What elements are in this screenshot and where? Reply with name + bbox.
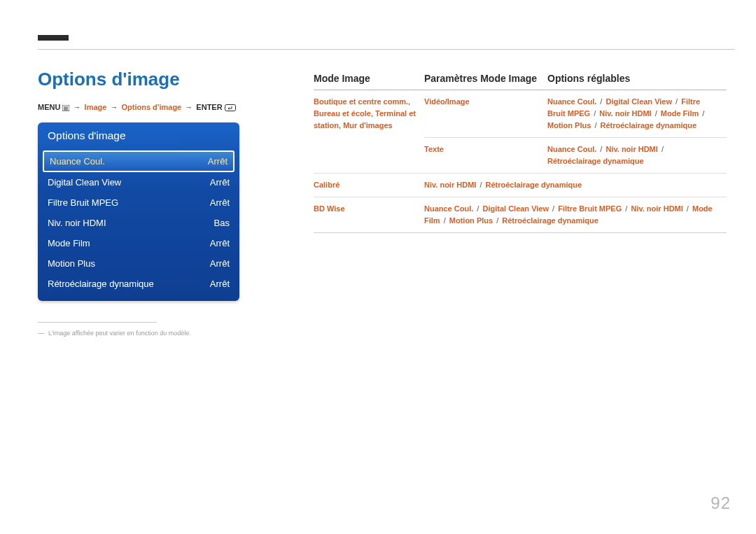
option-value: Digital Clean View bbox=[606, 97, 672, 106]
mode-value: Mur d'images bbox=[343, 121, 392, 129]
table-row: Boutique et centre comm., Bureau et écol… bbox=[314, 90, 727, 138]
panel-row-value: Arrêt bbox=[210, 279, 230, 289]
menu-icon bbox=[62, 105, 69, 111]
options-table: Mode Image Paramètres Mode Image Options… bbox=[314, 70, 727, 233]
menu-breadcrumb: MENU → Image → Options d'image → ENTER bbox=[38, 103, 248, 111]
mode-value: BD Wise bbox=[314, 204, 345, 213]
footnote-rule bbox=[38, 322, 157, 323]
option-value: Filtre Bruit MPEG bbox=[558, 204, 622, 213]
option-value: Digital Clean View bbox=[482, 204, 549, 213]
slash-separator: / bbox=[549, 204, 558, 213]
option-value: Niv. noir HDMI bbox=[631, 204, 682, 213]
panel-row-label: Niv. noir HDMI bbox=[48, 218, 106, 228]
right-column: Mode Image Paramètres Mode Image Options… bbox=[314, 70, 727, 233]
panel-row-label: Nuance Coul. bbox=[50, 156, 105, 167]
slash-separator: / bbox=[596, 97, 606, 106]
panel-row-label: Filtre Bruit MPEG bbox=[48, 197, 118, 208]
breadcrumb-options: Options d'image bbox=[122, 103, 182, 111]
slash-separator: / bbox=[622, 204, 631, 213]
option-value: Rétroéclairage dynamique bbox=[486, 181, 582, 189]
mode-value: Calibré bbox=[314, 181, 340, 189]
cell-options: Nuance Coul. / Niv. noir HDMI / Rétroécl… bbox=[547, 138, 727, 174]
panel-row-3[interactable]: Niv. noir HDMI Bas bbox=[38, 213, 239, 233]
option-value: Motion Plus bbox=[449, 216, 493, 225]
cell-options: Nuance Coul. / Digital Clean View / Filt… bbox=[424, 197, 727, 233]
slash-separator: / bbox=[658, 145, 665, 153]
panel-row-label: Mode Film bbox=[48, 238, 90, 248]
panel-row-2[interactable]: Filtre Bruit MPEG Arrêt bbox=[38, 192, 239, 213]
param-value: Texte bbox=[424, 145, 444, 153]
cell-mode: Calibré bbox=[314, 174, 424, 197]
option-value: Niv. noir HDMI bbox=[599, 109, 651, 118]
slash-separator: / bbox=[440, 216, 449, 225]
text-separator: , bbox=[408, 97, 410, 106]
cell-params: Texte bbox=[424, 138, 547, 174]
th-mode: Mode Image bbox=[314, 70, 424, 90]
svg-rect-4 bbox=[225, 105, 235, 111]
panel-row-5[interactable]: Motion Plus Arrêt bbox=[38, 253, 239, 274]
table-row: CalibréNiv. noir HDMI / Rétroéclairage d… bbox=[314, 174, 727, 197]
panel-row-value: Arrêt bbox=[208, 156, 227, 167]
panel-row-0[interactable]: Nuance Coul. Arrêt bbox=[43, 150, 234, 172]
panel-row-6[interactable]: Rétroéclairage dynamique Arrêt bbox=[38, 274, 239, 294]
option-value: Motion Plus bbox=[547, 121, 591, 129]
footnote: ―L'image affichée peut varier en fonctio… bbox=[38, 330, 248, 337]
table-body: Boutique et centre comm., Bureau et écol… bbox=[314, 90, 727, 233]
option-value: Nuance Coul. bbox=[547, 145, 596, 153]
option-value: Niv. noir HDMI bbox=[606, 145, 657, 153]
section-marker bbox=[38, 35, 69, 41]
footnote-text: L'image affichée peut varier en fonction… bbox=[48, 330, 191, 337]
page-heading: Options d'image bbox=[38, 69, 248, 90]
slash-separator: / bbox=[590, 109, 599, 118]
option-value: Rétroéclairage dynamique bbox=[601, 121, 697, 129]
slash-separator: / bbox=[699, 109, 706, 118]
option-value: Rétroéclairage dynamique bbox=[502, 216, 598, 225]
panel-row-value: Arrêt bbox=[210, 258, 230, 269]
table-row: BD WiseNuance Coul. / Digital Clean View… bbox=[314, 197, 727, 233]
panel-row-4[interactable]: Mode Film Arrêt bbox=[38, 233, 239, 253]
th-params: Paramètres Mode Image bbox=[424, 70, 547, 90]
arrow-2: → bbox=[108, 103, 119, 111]
option-value: Nuance Coul. bbox=[547, 97, 596, 106]
panel-row-label: Motion Plus bbox=[48, 258, 95, 269]
mode-value: Bureau et école bbox=[314, 109, 371, 118]
panel-row-value: Arrêt bbox=[210, 197, 230, 208]
cell-options: Niv. noir HDMI / Rétroéclairage dynamiqu… bbox=[424, 174, 727, 197]
page-number: 92 bbox=[710, 493, 731, 513]
slash-separator: / bbox=[493, 216, 502, 225]
panel-row-value: Arrêt bbox=[210, 238, 230, 248]
top-rule bbox=[38, 49, 735, 50]
cell-mode: Boutique et centre comm., Bureau et écol… bbox=[314, 90, 424, 174]
arrow-3: → bbox=[183, 103, 194, 111]
cell-params: Vidéo/Image bbox=[424, 90, 547, 138]
slash-separator: / bbox=[672, 97, 681, 106]
mode-value: Boutique et centre comm. bbox=[314, 97, 408, 106]
option-value: Mode Film bbox=[661, 109, 699, 118]
breadcrumb-menu: MENU bbox=[38, 103, 60, 111]
left-column: Options d'image MENU → Image → Options d… bbox=[38, 69, 248, 337]
arrow-1: → bbox=[72, 103, 83, 111]
cell-options: Nuance Coul. / Digital Clean View / Filt… bbox=[547, 90, 727, 138]
cell-mode: BD Wise bbox=[314, 197, 424, 233]
slash-separator: / bbox=[591, 121, 600, 129]
option-value: Rétroéclairage dynamique bbox=[547, 157, 644, 165]
panel-row-value: Arrêt bbox=[210, 177, 230, 188]
panel-row-value: Bas bbox=[214, 218, 230, 228]
breadcrumb-image: Image bbox=[85, 103, 107, 111]
slash-separator: / bbox=[652, 109, 661, 118]
th-options: Options réglables bbox=[547, 70, 727, 90]
slash-separator: / bbox=[596, 145, 606, 153]
option-value: Nuance Coul. bbox=[424, 204, 473, 213]
option-value: Niv. noir HDMI bbox=[424, 181, 476, 189]
footnote-dash: ― bbox=[38, 330, 48, 337]
param-value: Vidéo/Image bbox=[424, 97, 470, 106]
slash-separator: / bbox=[683, 204, 692, 213]
slash-separator: / bbox=[476, 181, 485, 189]
options-panel: Options d'image Nuance Coul. Arrêt Digit… bbox=[38, 122, 239, 301]
panel-row-1[interactable]: Digital Clean View Arrêt bbox=[38, 172, 239, 192]
panel-title: Options d'image bbox=[38, 122, 239, 150]
breadcrumb-enter: ENTER bbox=[196, 103, 222, 111]
slash-separator: / bbox=[473, 204, 482, 213]
panel-row-label: Rétroéclairage dynamique bbox=[48, 279, 154, 289]
panel-row-label: Digital Clean View bbox=[48, 177, 121, 188]
